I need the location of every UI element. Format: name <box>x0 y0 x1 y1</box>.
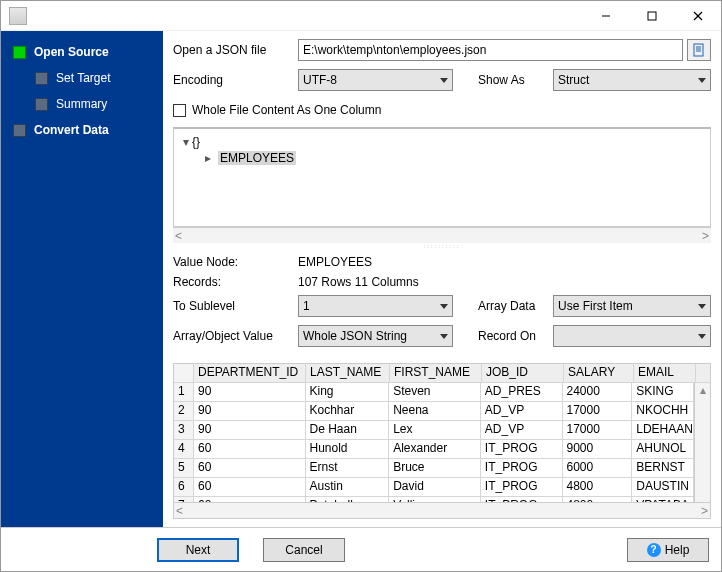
row-number: 6 <box>174 478 194 496</box>
tree-expand-icon[interactable]: ▾ <box>180 135 192 149</box>
grid-cell[interactable]: Alexander <box>389 440 481 458</box>
scroll-up-icon[interactable]: ▴ <box>700 383 706 397</box>
scroll-left-icon[interactable]: < <box>176 504 183 518</box>
file-path-input[interactable] <box>298 39 683 61</box>
wizard-sidebar: Open Source Set Target Summary Convert D… <box>1 31 163 527</box>
table-row[interactable]: 660AustinDavidIT_PROG4800DAUSTIN <box>174 478 694 497</box>
grid-cell[interactable]: 4800 <box>563 478 633 496</box>
svg-rect-4 <box>694 44 703 56</box>
grid-cell[interactable]: David <box>389 478 481 496</box>
grid-vertical-scrollbar[interactable]: ▴ ▾ <box>694 383 710 502</box>
next-button[interactable]: Next <box>157 538 239 562</box>
grid-cell[interactable]: 90 <box>194 421 306 439</box>
chevron-down-icon <box>698 334 706 339</box>
tree-node-employees[interactable]: EMPLOYEES <box>218 151 296 165</box>
grid-cell[interactable]: AD_VP <box>481 421 563 439</box>
close-button[interactable] <box>675 1 721 31</box>
grid-cell[interactable]: Bruce <box>389 459 481 477</box>
grid-cell[interactable]: 60 <box>194 459 306 477</box>
sidebar-item-set-target[interactable]: Set Target <box>1 65 163 91</box>
table-row[interactable]: 560ErnstBruceIT_PROG6000BERNST <box>174 459 694 478</box>
grid-cell[interactable]: 60 <box>194 478 306 496</box>
grid-cell[interactable]: Ernst <box>306 459 390 477</box>
grid-cell[interactable]: 90 <box>194 383 306 401</box>
value-node-label: Value Node: <box>173 255 298 269</box>
splitter-handle[interactable]: :::::::::: <box>173 243 711 249</box>
grid-cell[interactable]: De Haan <box>306 421 390 439</box>
sidebar-item-label: Convert Data <box>34 123 109 137</box>
tree-root-node[interactable]: {} <box>192 135 200 149</box>
to-sublevel-select[interactable]: 1 <box>298 295 453 317</box>
table-row[interactable]: 290KochharNeenaAD_VP17000NKOCHH <box>174 402 694 421</box>
tree-horizontal-scrollbar[interactable]: < > <box>173 227 711 243</box>
browse-file-button[interactable] <box>687 39 711 61</box>
help-button[interactable]: ? Help <box>627 538 709 562</box>
column-header[interactable]: EMAIL <box>634 364 696 382</box>
minimize-button[interactable] <box>583 1 629 31</box>
json-tree[interactable]: ▾ {} ▸ EMPLOYEES <box>173 127 711 227</box>
grid-cell[interactable]: Hunold <box>306 440 390 458</box>
sidebar-item-label: Summary <box>56 97 107 111</box>
array-object-value-select[interactable]: Whole JSON String <box>298 325 453 347</box>
grid-horizontal-scrollbar[interactable]: < > <box>174 502 710 518</box>
whole-file-checkbox[interactable] <box>173 104 186 117</box>
data-grid: DEPARTMENT_ID LAST_NAME FIRST_NAME JOB_I… <box>173 363 711 519</box>
record-on-select[interactable] <box>553 325 711 347</box>
grid-cell[interactable]: LDEHAAN <box>632 421 694 439</box>
scroll-right-icon[interactable]: > <box>702 229 709 243</box>
grid-cell[interactable]: AHUNOL <box>632 440 694 458</box>
grid-cell[interactable]: IT_PROG <box>481 478 563 496</box>
maximize-button[interactable] <box>629 1 675 31</box>
column-header[interactable]: FIRST_NAME <box>390 364 482 382</box>
grid-cell[interactable]: 90 <box>194 402 306 420</box>
grid-cell[interactable]: 9000 <box>563 440 633 458</box>
array-data-value: Use First Item <box>558 299 633 313</box>
grid-cell[interactable]: AD_PRES <box>481 383 563 401</box>
grid-cell[interactable]: Kochhar <box>306 402 390 420</box>
grid-cell[interactable]: Austin <box>306 478 390 496</box>
records-value: 107 Rows 11 Columns <box>298 275 419 289</box>
sidebar-item-open-source[interactable]: Open Source <box>1 39 163 65</box>
column-header[interactable]: SALARY <box>564 364 634 382</box>
chevron-down-icon <box>440 334 448 339</box>
table-row[interactable]: 390De HaanLexAD_VP17000LDEHAAN <box>174 421 694 440</box>
row-number: 4 <box>174 440 194 458</box>
value-node-value: EMPLOYEES <box>298 255 372 269</box>
grid-cell[interactable]: BERNST <box>632 459 694 477</box>
cancel-button[interactable]: Cancel <box>263 538 345 562</box>
row-number: 5 <box>174 459 194 477</box>
grid-cell[interactable]: 24000 <box>563 383 633 401</box>
show-as-select[interactable]: Struct <box>553 69 711 91</box>
grid-cell[interactable]: NKOCHH <box>632 402 694 420</box>
grid-cell[interactable]: 17000 <box>563 421 633 439</box>
chevron-down-icon <box>698 78 706 83</box>
grid-cell[interactable]: DAUSTIN <box>632 478 694 496</box>
scroll-right-icon[interactable]: > <box>701 504 708 518</box>
grid-cell[interactable]: Neena <box>389 402 481 420</box>
tree-expand-icon[interactable]: ▸ <box>202 151 214 165</box>
column-header[interactable]: JOB_ID <box>482 364 564 382</box>
grid-cell[interactable]: King <box>306 383 390 401</box>
grid-cell[interactable]: IT_PROG <box>481 440 563 458</box>
grid-cell[interactable]: IT_PROG <box>481 459 563 477</box>
to-sublevel-value: 1 <box>303 299 310 313</box>
table-row[interactable]: 190KingStevenAD_PRES24000SKING <box>174 383 694 402</box>
table-row[interactable]: 460HunoldAlexanderIT_PROG9000AHUNOL <box>174 440 694 459</box>
scroll-left-icon[interactable]: < <box>175 229 182 243</box>
svg-rect-1 <box>648 12 656 20</box>
sidebar-item-convert-data[interactable]: Convert Data <box>1 117 163 143</box>
column-header[interactable]: LAST_NAME <box>306 364 390 382</box>
grid-cell[interactable]: Steven <box>389 383 481 401</box>
grid-cell[interactable]: 6000 <box>563 459 633 477</box>
grid-cell[interactable]: SKING <box>632 383 694 401</box>
grid-cell[interactable]: 60 <box>194 440 306 458</box>
grid-cell[interactable]: Lex <box>389 421 481 439</box>
encoding-select[interactable]: UTF-8 <box>298 69 453 91</box>
grid-cell[interactable]: AD_VP <box>481 402 563 420</box>
grid-cell[interactable]: 17000 <box>563 402 633 420</box>
sidebar-item-summary[interactable]: Summary <box>1 91 163 117</box>
array-data-select[interactable]: Use First Item <box>553 295 711 317</box>
chevron-down-icon <box>440 78 448 83</box>
column-header[interactable]: DEPARTMENT_ID <box>194 364 306 382</box>
help-icon: ? <box>647 543 661 557</box>
